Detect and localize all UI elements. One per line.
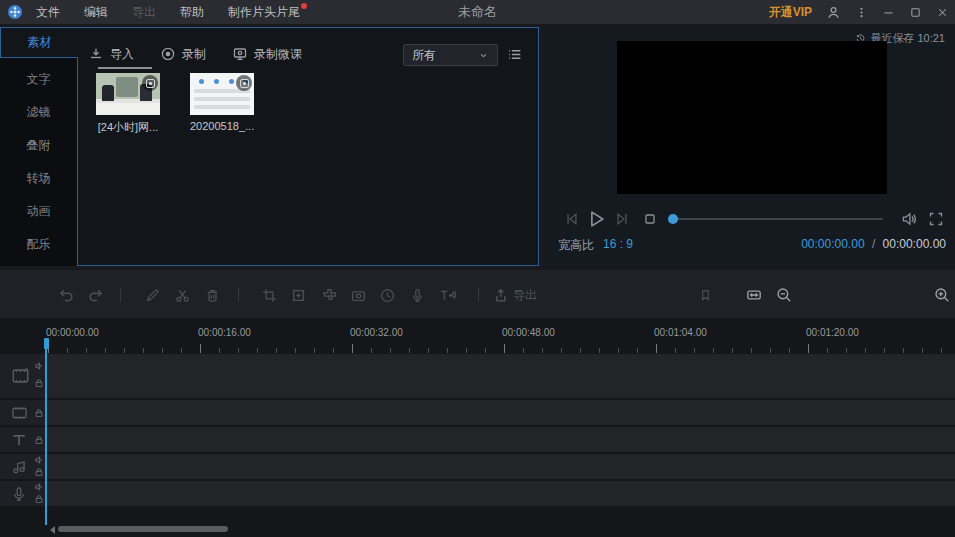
overlay-track-header[interactable] <box>0 400 45 425</box>
track-row-text[interactable] <box>0 427 955 452</box>
voice-track-lane[interactable] <box>45 481 955 506</box>
ruler-tick <box>922 348 923 353</box>
zoom-out-button[interactable] <box>772 283 796 307</box>
track-row-music[interactable] <box>0 454 955 479</box>
film-strip-icon <box>10 403 29 422</box>
mosaic-button[interactable] <box>317 283 341 307</box>
media-item[interactable]: 20200518_... <box>190 73 254 132</box>
sidebar-tab-filter[interactable]: 滤镜 <box>0 99 77 125</box>
export-button[interactable]: 导出 <box>491 283 537 307</box>
close-button[interactable] <box>936 6 949 19</box>
stop-button[interactable] <box>638 207 662 231</box>
video-thumbnail-news[interactable] <box>96 73 160 115</box>
track-volume-icon[interactable] <box>34 482 44 492</box>
minimize-button[interactable] <box>882 6 895 19</box>
menu-edit[interactable]: 编辑 <box>74 0 118 24</box>
user-account-icon[interactable] <box>826 5 841 20</box>
sidebar-tab-animation[interactable]: 动画 <box>0 198 77 224</box>
fullscreen-icon[interactable] <box>924 207 948 231</box>
crop-button[interactable] <box>257 283 281 307</box>
text-to-speech-button[interactable] <box>436 283 460 307</box>
import-button[interactable]: 导入 <box>88 46 134 63</box>
playhead-line[interactable] <box>45 338 47 525</box>
ruler-tick <box>808 344 809 353</box>
volume-icon[interactable] <box>897 207 921 231</box>
record-button[interactable]: 录制 <box>160 46 206 63</box>
thumbnail-detail <box>199 79 204 84</box>
seek-bar[interactable] <box>673 218 883 220</box>
ruler-tick <box>846 348 847 353</box>
overlay-track-lane[interactable] <box>45 400 955 425</box>
seek-handle[interactable] <box>668 214 678 224</box>
thumbnail-detail <box>214 79 219 84</box>
sidebar-tab-text[interactable]: 文字 <box>0 66 77 92</box>
track-row-overlay[interactable] <box>0 400 955 425</box>
ruler-tick <box>409 348 410 353</box>
track-volume-icon[interactable] <box>34 361 44 371</box>
toolbar-divider <box>120 288 121 302</box>
split-scissors-button[interactable] <box>170 283 194 307</box>
scroll-left-arrow[interactable] <box>50 526 55 534</box>
record-course-button[interactable]: 录制微课 <box>232 46 302 63</box>
text-track-lane[interactable] <box>45 427 955 452</box>
track-lock-icon[interactable] <box>34 378 44 388</box>
track-lock-icon[interactable] <box>34 494 44 504</box>
ruler-label: 00:00:00.00 <box>46 327 99 338</box>
speed-button[interactable] <box>375 283 399 307</box>
play-button[interactable] <box>584 207 608 231</box>
track-lock-icon[interactable] <box>34 435 44 445</box>
menu-make-intro-outro[interactable]: 制作片头片尾 <box>218 0 310 24</box>
redo-button[interactable] <box>84 283 108 307</box>
track-row-video[interactable] <box>0 354 955 398</box>
ruler-tick <box>143 348 144 353</box>
track-lock-icon[interactable] <box>34 408 44 418</box>
voiceover-button[interactable] <box>405 283 429 307</box>
media-item[interactable]: [24小时]网... <box>96 73 160 135</box>
zoom-in-button[interactable] <box>930 283 954 307</box>
sidebar-tab-overlay[interactable]: 叠附 <box>0 132 77 158</box>
next-frame-button[interactable] <box>610 207 634 231</box>
marker-button[interactable] <box>693 283 717 307</box>
prev-frame-button[interactable] <box>560 207 584 231</box>
sidebar-tab-music[interactable]: 配乐 <box>0 231 77 257</box>
ruler-tick <box>561 348 562 353</box>
zoom-region-button[interactable] <box>286 283 310 307</box>
text-t-icon <box>10 431 28 449</box>
ruler-tick <box>732 348 733 353</box>
video-thumbnail-document[interactable] <box>190 73 254 115</box>
text-track-header[interactable] <box>0 427 45 452</box>
preview-info-bar: 宽高比 16 : 9 00:00:00.00 / 00:00:00.00 <box>545 235 953 255</box>
more-menu-icon[interactable] <box>855 5 868 20</box>
video-preview-screen[interactable] <box>617 41 887 194</box>
menu-help[interactable]: 帮助 <box>170 0 214 24</box>
delete-button[interactable] <box>200 283 224 307</box>
track-lock-icon[interactable] <box>34 467 44 477</box>
playhead-handle[interactable] <box>44 338 49 349</box>
open-vip-button[interactable]: 开通VIP <box>769 4 812 21</box>
music-track-lane[interactable] <box>45 454 955 479</box>
snapshot-button[interactable] <box>346 283 370 307</box>
title-bar: 文件 编辑 导出 帮助 制作片头片尾 未命名 开通VIP <box>0 0 955 24</box>
menu-file[interactable]: 文件 <box>26 0 70 24</box>
time-ruler[interactable] <box>0 340 955 353</box>
ruler-tick <box>466 348 467 353</box>
material-filter-dropdown[interactable]: 所有 <box>403 44 498 66</box>
aspect-ratio-value[interactable]: 16 : 9 <box>603 237 633 251</box>
thumbnail-detail <box>102 85 114 101</box>
maximize-button[interactable] <box>909 6 922 19</box>
horizontal-scrollbar[interactable] <box>58 526 228 532</box>
track-row-voice[interactable] <box>0 481 955 506</box>
sidebar-tab-material[interactable]: 素材 <box>0 27 78 58</box>
fit-timeline-button[interactable] <box>742 283 766 307</box>
voice-track-header[interactable] <box>0 481 45 506</box>
video-track-lane[interactable] <box>45 354 955 398</box>
video-track-header[interactable] <box>0 354 45 398</box>
undo-button[interactable] <box>54 283 78 307</box>
list-view-icon[interactable] <box>506 46 523 63</box>
sidebar-tab-transition[interactable]: 转场 <box>0 165 77 191</box>
edit-clip-button[interactable] <box>140 283 164 307</box>
track-volume-icon[interactable] <box>34 455 44 465</box>
ruler-tick <box>884 348 885 353</box>
ruler-tick <box>637 348 638 353</box>
music-track-header[interactable] <box>0 454 45 479</box>
